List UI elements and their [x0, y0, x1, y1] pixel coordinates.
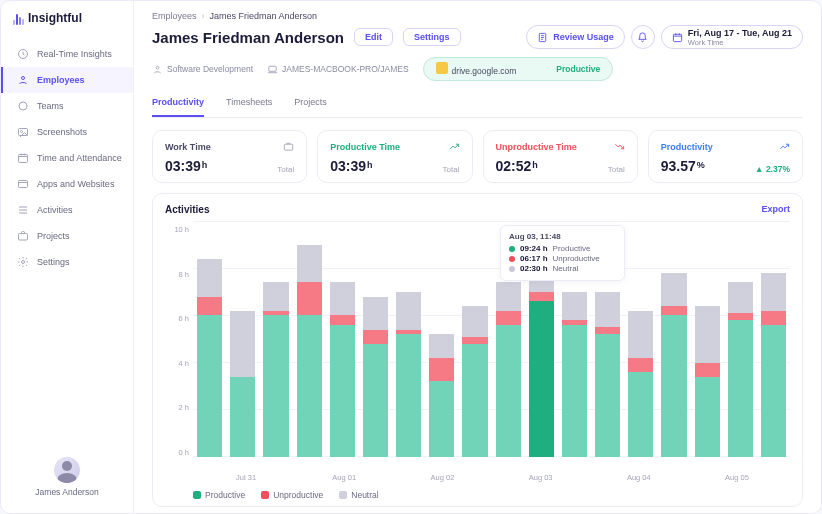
review-usage-button[interactable]: Review Usage: [526, 25, 625, 49]
list-icon: [17, 204, 29, 216]
tab-productivity[interactable]: Productivity: [152, 91, 204, 117]
edit-button[interactable]: Edit: [354, 28, 393, 46]
svg-rect-5: [19, 155, 28, 163]
stat-card-productive-time: Productive Time 03:39h Total: [317, 130, 472, 183]
chart-bar[interactable]: [661, 221, 686, 457]
trend-up-icon: [449, 141, 460, 152]
stat-sub: Total: [277, 165, 294, 174]
x-tick: Aug 03: [492, 473, 590, 482]
sidebar-nav: Real-Time InsightsEmployeesTeamsScreensh…: [1, 37, 133, 279]
trend-down-icon: [614, 141, 625, 152]
x-tick: Aug 05: [688, 473, 786, 482]
sidebar-item-label: Employees: [37, 75, 85, 85]
team-meta: Software Development: [152, 64, 253, 75]
logo-mark-icon: [13, 11, 24, 25]
app-icon: [436, 62, 448, 74]
x-tick: Jul 31: [197, 473, 295, 482]
sidebar: Insightful Real-Time InsightsEmployeesTe…: [1, 1, 134, 513]
tab-projects[interactable]: Projects: [294, 91, 327, 117]
chart-bar[interactable]: [761, 221, 786, 457]
brand-logo: Insightful: [1, 11, 133, 37]
tab-timesheets[interactable]: Timesheets: [226, 91, 272, 117]
page-title: James Friedman Anderson: [152, 29, 344, 46]
sidebar-item-label: Apps and Websites: [37, 179, 114, 189]
sidebar-item-screenshots[interactable]: Screenshots: [1, 119, 133, 145]
sidebar-item-apps-and-websites[interactable]: Apps and Websites: [1, 171, 133, 197]
gear-icon: [17, 256, 29, 268]
header-toolbar: Review Usage Fri, Aug 17 - Tue, Aug 21 W…: [526, 25, 803, 49]
svg-rect-12: [269, 66, 276, 71]
svg-point-8: [22, 261, 25, 264]
svg-point-2: [19, 102, 27, 110]
brand-name: Insightful: [28, 11, 82, 25]
chart-legend: ProductiveUnproductiveNeutral: [165, 490, 790, 500]
svg-point-1: [22, 77, 25, 80]
x-tick: Aug 04: [590, 473, 688, 482]
chart-bar[interactable]: [462, 221, 487, 457]
chart-bar[interactable]: [429, 221, 454, 457]
stat-value: 03:39: [165, 158, 201, 174]
stat-label: Productivity: [661, 142, 713, 152]
chart-bars: [193, 221, 790, 457]
stat-card-work-time: Work Time 03:39h Total: [152, 130, 307, 183]
svg-point-4: [21, 131, 23, 133]
chart-bar[interactable]: [695, 221, 720, 457]
chart-bar[interactable]: [728, 221, 753, 457]
team-icon: [152, 64, 163, 75]
stat-value: 93.57: [661, 158, 696, 174]
sidebar-item-label: Projects: [37, 231, 70, 241]
tabs: ProductivityTimesheetsProjects: [152, 91, 803, 118]
settings-button[interactable]: Settings: [403, 28, 461, 46]
sidebar-item-teams[interactable]: Teams: [1, 93, 133, 119]
chart-bar[interactable]: [363, 221, 388, 457]
user-icon: [17, 74, 29, 86]
sidebar-item-settings[interactable]: Settings: [1, 249, 133, 275]
sidebar-item-projects[interactable]: Projects: [1, 223, 133, 249]
sidebar-user-name: James Anderson: [35, 487, 98, 497]
legend-item-neutral: Neutral: [339, 490, 378, 500]
export-button[interactable]: Export: [761, 204, 790, 215]
activities-title: Activities: [165, 204, 209, 215]
chart-bar[interactable]: [263, 221, 288, 457]
circle-icon: [17, 100, 29, 112]
sidebar-item-label: Time and Attendance: [37, 153, 122, 163]
chart-x-axis: Jul 31Aug 01Aug 02Aug 03Aug 04Aug 05: [193, 473, 790, 482]
chart-plot: Aug 03, 11:4809:24 hProductive06:17 hUnp…: [193, 221, 790, 471]
stat-value: 02:52: [496, 158, 532, 174]
chart-bar[interactable]: [330, 221, 355, 457]
sidebar-item-time-and-attendance[interactable]: Time and Attendance: [1, 145, 133, 171]
chart-bar[interactable]: [230, 221, 255, 457]
chart-bar[interactable]: [628, 221, 653, 457]
main: Employees › James Friedman Anderson Jame…: [134, 1, 821, 513]
notifications-button[interactable]: [631, 25, 655, 49]
chevron-right-icon: ›: [202, 11, 205, 21]
sidebar-item-employees[interactable]: Employees: [1, 67, 133, 93]
activity-status: Productive: [556, 64, 600, 74]
breadcrumb: Employees › James Friedman Anderson: [152, 11, 803, 21]
briefcase-icon: [17, 230, 29, 242]
sidebar-item-label: Activities: [37, 205, 73, 215]
activities-card: Activities Export 10 h8 h6 h4 h2 h0 h Au…: [152, 193, 803, 507]
chart-tooltip: Aug 03, 11:4809:24 hProductive06:17 hUnp…: [500, 225, 625, 281]
stat-cards: Work Time 03:39h Total Productive Time 0…: [152, 130, 803, 183]
document-icon: [537, 32, 548, 43]
stat-trend: ▲ 2.37%: [755, 164, 790, 174]
stat-sub: Total: [443, 165, 460, 174]
stat-card-unproductive-time: Unproductive Time 02:52h Total: [483, 130, 638, 183]
date-range-picker[interactable]: Fri, Aug 17 - Tue, Aug 21 Work Time: [661, 25, 803, 49]
stat-label: Work Time: [165, 142, 211, 152]
stat-card-productivity: Productivity 93.57% ▲ 2.37%: [648, 130, 803, 183]
chart-bar[interactable]: [396, 221, 421, 457]
calendar-icon: [17, 152, 29, 164]
sidebar-item-real-time-insights[interactable]: Real-Time Insights: [1, 41, 133, 67]
sidebar-item-activities[interactable]: Activities: [1, 197, 133, 223]
chart-bar[interactable]: [297, 221, 322, 457]
stat-label: Unproductive Time: [496, 142, 577, 152]
chart-bar[interactable]: [197, 221, 222, 457]
sidebar-item-label: Real-Time Insights: [37, 49, 112, 59]
trend-up-icon: [779, 141, 790, 152]
calendar-icon: [672, 32, 683, 43]
avatar[interactable]: [54, 457, 80, 483]
breadcrumb-parent[interactable]: Employees: [152, 11, 197, 21]
laptop-icon: [267, 64, 278, 75]
